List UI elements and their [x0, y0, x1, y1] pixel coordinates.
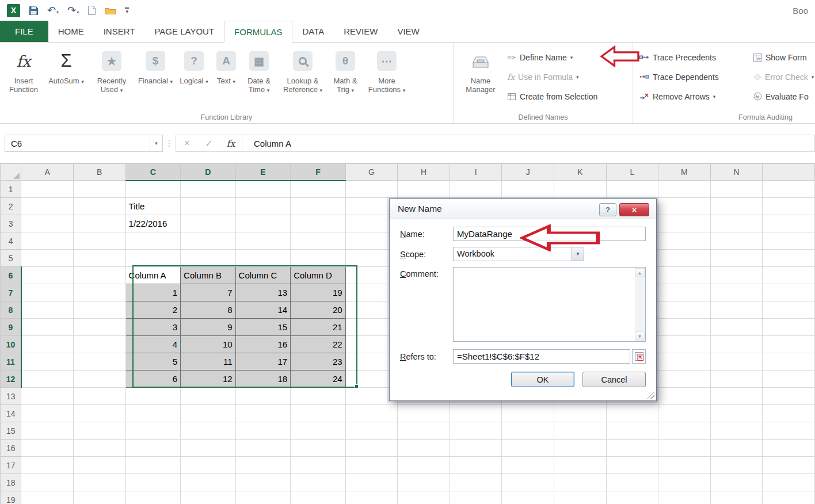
cell-H15[interactable]: [398, 422, 450, 440]
cell-C5[interactable]: [125, 250, 181, 267]
cell-F17[interactable]: [291, 457, 346, 474]
cell-B9[interactable]: [74, 319, 126, 336]
cell-D14[interactable]: [181, 405, 235, 422]
cell-C10[interactable]: 4: [125, 336, 181, 353]
cell-C3[interactable]: 1/22/2016: [125, 215, 181, 232]
column-header-M[interactable]: M: [658, 164, 711, 181]
cell-G15[interactable]: [345, 422, 398, 440]
cell-D15[interactable]: [181, 422, 235, 440]
more-functions-button[interactable]: ⋯ More Functions ▾: [363, 45, 411, 107]
column-header-G[interactable]: G: [345, 164, 398, 181]
cell-A11[interactable]: [21, 353, 74, 371]
cell-B2[interactable]: [74, 198, 126, 215]
cell-N16[interactable]: [710, 440, 763, 457]
cell-I17[interactable]: [450, 457, 502, 474]
cell-G1[interactable]: [345, 181, 398, 198]
cell-M2[interactable]: [658, 198, 711, 215]
cell-A8[interactable]: [21, 301, 74, 319]
cell-E5[interactable]: [235, 250, 291, 267]
cell-N13[interactable]: [710, 388, 763, 405]
cell-B19[interactable]: [74, 491, 126, 504]
cell-F8[interactable]: 20: [291, 301, 346, 319]
tab-file[interactable]: FILE: [0, 21, 48, 42]
column-header-B[interactable]: B: [74, 164, 126, 181]
cell-G19[interactable]: [345, 491, 398, 504]
cell-D11[interactable]: 11: [181, 353, 235, 371]
cell-N18[interactable]: [710, 474, 763, 491]
column-header-D[interactable]: D: [181, 164, 235, 181]
cell-E2[interactable]: [235, 198, 291, 215]
evaluate-formula-button[interactable]: fx Evaluate Fo: [751, 90, 815, 103]
cell-H16[interactable]: [398, 440, 450, 457]
cell-M16[interactable]: [658, 440, 711, 457]
cell-L14[interactable]: [606, 405, 658, 422]
cell-A7[interactable]: [21, 284, 74, 301]
cell-N8[interactable]: [710, 301, 763, 319]
cell-D3[interactable]: [181, 215, 235, 232]
cell-E4[interactable]: [235, 232, 291, 250]
cell-C6[interactable]: Column A: [125, 267, 181, 284]
column-header-N[interactable]: N: [710, 164, 763, 181]
cell-D7[interactable]: 7: [181, 284, 235, 301]
cell-B15[interactable]: [74, 422, 126, 440]
cell-C2[interactable]: Title: [125, 198, 181, 215]
cell-F2[interactable]: [291, 198, 346, 215]
cell-B4[interactable]: [74, 232, 126, 250]
cell-M13[interactable]: [658, 388, 711, 405]
row-header-10[interactable]: 10: [1, 336, 21, 353]
cell-B5[interactable]: [74, 250, 126, 267]
cell-D5[interactable]: [181, 250, 235, 267]
cell-B3[interactable]: [74, 215, 126, 232]
cell-M17[interactable]: [658, 457, 711, 474]
cell-G16[interactable]: [345, 440, 398, 457]
cell-C14[interactable]: [125, 405, 181, 422]
insert-function-button[interactable]: fx Insert Function: [3, 45, 44, 107]
cell-A1[interactable]: [21, 181, 74, 198]
cell-M15[interactable]: [658, 422, 711, 440]
row-header-6[interactable]: 6: [1, 267, 21, 284]
name-box[interactable]: C6 ▾: [5, 135, 163, 152]
cell-J15[interactable]: [502, 422, 554, 440]
tab-home[interactable]: HOME: [48, 21, 94, 42]
cell-C11[interactable]: 5: [125, 353, 181, 371]
cell-H18[interactable]: [398, 474, 450, 491]
cell-M10[interactable]: [658, 336, 711, 353]
cell-N12[interactable]: [710, 371, 763, 388]
row-header-17[interactable]: 17: [1, 457, 21, 474]
cell-E1[interactable]: [235, 181, 291, 198]
cell-C17[interactable]: [125, 457, 181, 474]
cell-F7[interactable]: 19: [291, 284, 346, 301]
cell-A10[interactable]: [21, 336, 74, 353]
insert-function-fx-button[interactable]: fx: [220, 135, 242, 151]
cell-M4[interactable]: [658, 232, 711, 250]
row-header-11[interactable]: 11: [1, 353, 21, 371]
math-trig-button[interactable]: θ Math & Trig ▾: [328, 45, 363, 107]
cell-C15[interactable]: [125, 422, 181, 440]
cell-E3[interactable]: [235, 215, 291, 232]
collapse-dialog-button[interactable]: [632, 349, 646, 364]
row-header-12[interactable]: 12: [1, 371, 21, 388]
cell-M1[interactable]: [658, 181, 711, 198]
row-header-19[interactable]: 19: [1, 491, 21, 504]
cancel-entry-button[interactable]: ×: [176, 135, 198, 151]
use-in-formula-button[interactable]: fx Use in Formula▾: [504, 70, 600, 83]
cell-D16[interactable]: [181, 440, 235, 457]
cell-L16[interactable]: [606, 440, 658, 457]
cell-C4[interactable]: [125, 232, 181, 250]
cell-A2[interactable]: [21, 198, 74, 215]
cell-B7[interactable]: [74, 284, 126, 301]
cell-I16[interactable]: [450, 440, 502, 457]
cell-D9[interactable]: 9: [181, 319, 235, 336]
row-header-7[interactable]: 7: [1, 284, 21, 301]
cell-A12[interactable]: [21, 371, 74, 388]
cell-J17[interactable]: [502, 457, 554, 474]
trace-dependents-button[interactable]: Trace Dependents: [637, 70, 751, 83]
cell-J14[interactable]: [502, 405, 554, 422]
cell-C13[interactable]: [125, 388, 181, 405]
cell-K17[interactable]: [554, 457, 606, 474]
cell-C19[interactable]: [125, 491, 181, 504]
column-header-A[interactable]: A: [21, 164, 74, 181]
cell-N11[interactable]: [710, 353, 763, 371]
cell-L1[interactable]: [606, 181, 658, 198]
row-header-2[interactable]: 2: [1, 198, 21, 215]
